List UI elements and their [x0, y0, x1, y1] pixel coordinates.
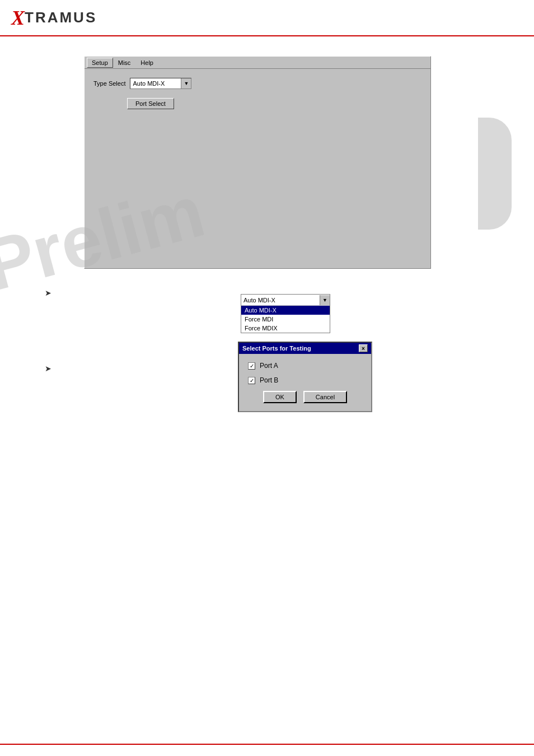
type-select-label: Type Select — [93, 80, 125, 87]
dropdown-arrow-icon[interactable]: ▼ — [181, 78, 191, 88]
ports-dialog: Select Ports for Testing × ✓ Port A ✓ Po… — [238, 342, 372, 412]
header: X TRAMUS — [0, 0, 534, 36]
port-b-label: Port B — [260, 376, 278, 384]
ports-dialog-title: Select Ports for Testing — [242, 345, 311, 352]
ports-btn-row: OK Cancel — [248, 391, 362, 403]
port-a-label: Port A — [260, 362, 278, 370]
ports-dialog-close-button[interactable]: × — [359, 344, 368, 352]
type-select-dropdown[interactable]: Auto MDI-X ▼ — [130, 78, 191, 89]
menu-misc[interactable]: Misc — [113, 58, 136, 68]
ports-ok-button[interactable]: OK — [263, 391, 297, 403]
logo-text: TRAMUS — [25, 9, 97, 26]
menubar: Setup Misc Help — [85, 57, 430, 69]
bullet-arrow-1: ➤ — [45, 288, 51, 297]
dropdown-popup-arrow-icon[interactable]: ▼ — [320, 295, 330, 305]
type-select-value: Auto MDI-X — [130, 80, 181, 87]
main-dialog: Setup Misc Help Type Select Auto MDI-X ▼… — [84, 56, 431, 269]
menu-help[interactable]: Help — [135, 58, 158, 68]
port-a-row: ✓ Port A — [248, 362, 362, 370]
dropdown-option-force-mdix[interactable]: Force MDIX — [241, 324, 330, 333]
ports-dialog-titlebar: Select Ports for Testing × — [239, 343, 371, 354]
port-b-checkbox[interactable]: ✓ — [248, 377, 255, 384]
type-select-row: Type Select Auto MDI-X ▼ — [93, 78, 421, 89]
dialog-body: Type Select Auto MDI-X ▼ Port Select — [85, 69, 430, 118]
ports-dialog-body: ✓ Port A ✓ Port B OK Cancel — [239, 354, 371, 411]
footer-line — [0, 744, 534, 745]
port-a-checkbox[interactable]: ✓ — [248, 362, 255, 370]
bullet-arrow-2: ➤ — [45, 364, 51, 373]
dropdown-option-force-mdi[interactable]: Force MDI — [241, 315, 330, 324]
main-content: Setup Misc Help Type Select Auto MDI-X ▼… — [73, 45, 506, 734]
logo-x: X — [11, 6, 25, 30]
menu-setup[interactable]: Setup — [87, 58, 113, 68]
port-select-button[interactable]: Port Select — [127, 98, 174, 109]
dropdown-popup: Auto MDI-X ▼ Auto MDI-X Force MDI Force … — [241, 294, 330, 333]
ports-cancel-button[interactable]: Cancel — [303, 391, 347, 403]
dropdown-popup-header: Auto MDI-X ▼ — [241, 295, 330, 306]
deco-shape — [478, 118, 512, 230]
port-b-row: ✓ Port B — [248, 376, 362, 384]
dropdown-popup-value: Auto MDI-X — [241, 297, 320, 304]
dropdown-option-auto-mdix[interactable]: Auto MDI-X — [241, 306, 330, 315]
